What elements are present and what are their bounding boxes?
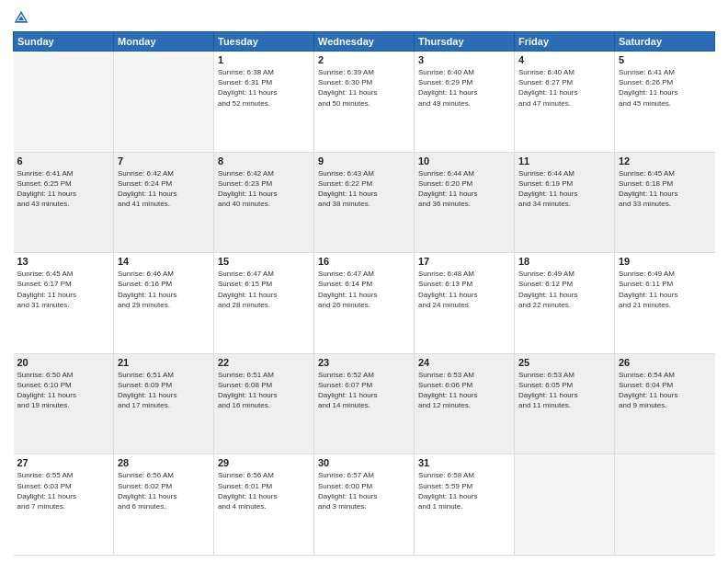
day-info: Sunrise: 6:49 AMSunset: 6:11 PMDaylight:… (619, 269, 711, 310)
day-number: 26 (619, 357, 711, 368)
calendar-cell: 20Sunrise: 6:50 AMSunset: 6:10 PMDayligh… (14, 353, 114, 454)
calendar-cell: 30Sunrise: 6:57 AMSunset: 6:00 PMDayligh… (314, 454, 415, 556)
day-number: 17 (418, 256, 510, 267)
day-info: Sunrise: 6:58 AMSunset: 5:59 PMDaylight:… (418, 470, 510, 511)
day-number: 8 (218, 155, 310, 167)
calendar-cell: 8Sunrise: 6:42 AMSunset: 6:23 PMDaylight… (214, 152, 314, 253)
day-number: 29 (218, 457, 310, 468)
calendar-cell: 25Sunrise: 6:53 AMSunset: 6:05 PMDayligh… (515, 353, 615, 454)
page: SundayMondayTuesdayWednesdayThursdayFrid… (0, 0, 728, 563)
calendar-week-row: 1Sunrise: 6:38 AMSunset: 6:31 PMDaylight… (14, 52, 715, 153)
calendar-cell: 17Sunrise: 6:48 AMSunset: 6:13 PMDayligh… (415, 253, 515, 354)
day-info: Sunrise: 6:45 AMSunset: 6:17 PMDaylight:… (17, 269, 110, 310)
calendar-cell: 27Sunrise: 6:55 AMSunset: 6:03 PMDayligh… (14, 454, 114, 556)
weekday-header-monday: Monday (114, 32, 214, 52)
day-info: Sunrise: 6:50 AMSunset: 6:10 PMDaylight:… (17, 370, 110, 411)
day-info: Sunrise: 6:42 AMSunset: 6:23 PMDaylight:… (218, 168, 310, 210)
weekday-header-saturday: Saturday (615, 32, 715, 52)
day-info: Sunrise: 6:46 AMSunset: 6:16 PMDaylight:… (118, 269, 210, 310)
day-info: Sunrise: 6:51 AMSunset: 6:08 PMDaylight:… (218, 370, 310, 411)
calendar-cell: 23Sunrise: 6:52 AMSunset: 6:07 PMDayligh… (314, 353, 415, 454)
day-number: 12 (619, 155, 711, 167)
calendar-week-row: 20Sunrise: 6:50 AMSunset: 6:10 PMDayligh… (14, 353, 715, 454)
day-number: 6 (17, 155, 110, 167)
day-number: 21 (118, 357, 210, 368)
day-info: Sunrise: 6:54 AMSunset: 6:04 PMDaylight:… (619, 370, 711, 411)
day-number: 9 (318, 155, 410, 167)
calendar-cell: 12Sunrise: 6:45 AMSunset: 6:18 PMDayligh… (615, 152, 715, 253)
day-number: 14 (118, 256, 210, 267)
day-info: Sunrise: 6:45 AMSunset: 6:18 PMDaylight:… (619, 168, 711, 210)
day-info: Sunrise: 6:41 AMSunset: 6:25 PMDaylight:… (17, 168, 110, 210)
calendar-cell: 10Sunrise: 6:44 AMSunset: 6:20 PMDayligh… (415, 152, 515, 253)
calendar-cell: 14Sunrise: 6:46 AMSunset: 6:16 PMDayligh… (114, 253, 214, 354)
calendar-table: SundayMondayTuesdayWednesdayThursdayFrid… (13, 31, 715, 556)
weekday-header-tuesday: Tuesday (214, 32, 314, 52)
day-info: Sunrise: 6:49 AMSunset: 6:12 PMDaylight:… (518, 269, 610, 310)
day-info: Sunrise: 6:51 AMSunset: 6:09 PMDaylight:… (118, 370, 210, 411)
calendar-cell: 22Sunrise: 6:51 AMSunset: 6:08 PMDayligh… (214, 353, 314, 454)
calendar-cell (515, 454, 615, 556)
calendar-cell: 29Sunrise: 6:56 AMSunset: 6:01 PMDayligh… (214, 454, 314, 556)
day-info: Sunrise: 6:53 AMSunset: 6:05 PMDaylight:… (518, 370, 610, 411)
day-number: 16 (318, 256, 410, 267)
day-number: 23 (318, 357, 410, 368)
calendar-cell (14, 52, 114, 153)
day-number: 10 (418, 155, 510, 167)
day-number: 3 (418, 54, 510, 65)
calendar-cell: 7Sunrise: 6:42 AMSunset: 6:24 PMDaylight… (114, 152, 214, 253)
day-number: 30 (318, 457, 410, 468)
calendar-cell: 11Sunrise: 6:44 AMSunset: 6:19 PMDayligh… (515, 152, 615, 253)
calendar-cell: 18Sunrise: 6:49 AMSunset: 6:12 PMDayligh… (515, 253, 615, 354)
calendar-cell: 2Sunrise: 6:39 AMSunset: 6:30 PMDaylight… (314, 52, 415, 153)
calendar-cell: 4Sunrise: 6:40 AMSunset: 6:27 PMDaylight… (515, 52, 615, 153)
day-number: 22 (218, 357, 310, 368)
day-info: Sunrise: 6:56 AMSunset: 6:01 PMDaylight:… (218, 470, 310, 511)
day-info: Sunrise: 6:53 AMSunset: 6:06 PMDaylight:… (418, 370, 510, 411)
calendar-cell: 28Sunrise: 6:56 AMSunset: 6:02 PMDayligh… (114, 454, 214, 556)
day-number: 18 (518, 256, 610, 267)
weekday-header-friday: Friday (515, 32, 615, 52)
calendar-week-row: 27Sunrise: 6:55 AMSunset: 6:03 PMDayligh… (14, 454, 715, 556)
calendar-cell: 1Sunrise: 6:38 AMSunset: 6:31 PMDaylight… (214, 52, 314, 153)
day-info: Sunrise: 6:41 AMSunset: 6:26 PMDaylight:… (619, 67, 711, 109)
calendar-cell: 31Sunrise: 6:58 AMSunset: 5:59 PMDayligh… (415, 454, 515, 556)
day-info: Sunrise: 6:38 AMSunset: 6:31 PMDaylight:… (218, 67, 310, 109)
calendar-cell: 24Sunrise: 6:53 AMSunset: 6:06 PMDayligh… (415, 353, 515, 454)
day-number: 25 (518, 357, 610, 368)
day-info: Sunrise: 6:42 AMSunset: 6:24 PMDaylight:… (118, 168, 210, 210)
day-info: Sunrise: 6:56 AMSunset: 6:02 PMDaylight:… (118, 470, 210, 511)
day-number: 7 (118, 155, 210, 167)
weekday-header-thursday: Thursday (415, 32, 515, 52)
day-info: Sunrise: 6:44 AMSunset: 6:20 PMDaylight:… (418, 168, 510, 210)
header (13, 9, 715, 26)
day-number: 5 (619, 54, 711, 65)
calendar-cell: 21Sunrise: 6:51 AMSunset: 6:09 PMDayligh… (114, 353, 214, 454)
day-number: 27 (17, 457, 110, 468)
day-number: 2 (318, 54, 410, 65)
day-info: Sunrise: 6:47 AMSunset: 6:15 PMDaylight:… (218, 269, 310, 310)
weekday-header-row: SundayMondayTuesdayWednesdayThursdayFrid… (14, 32, 715, 52)
logo-icon (13, 9, 29, 26)
day-number: 13 (17, 256, 110, 267)
day-info: Sunrise: 6:52 AMSunset: 6:07 PMDaylight:… (318, 370, 410, 411)
day-info: Sunrise: 6:40 AMSunset: 6:29 PMDaylight:… (418, 67, 510, 109)
day-number: 11 (518, 155, 610, 167)
weekday-header-sunday: Sunday (14, 32, 114, 52)
day-info: Sunrise: 6:39 AMSunset: 6:30 PMDaylight:… (318, 67, 410, 109)
day-info: Sunrise: 6:44 AMSunset: 6:19 PMDaylight:… (518, 168, 610, 210)
day-info: Sunrise: 6:55 AMSunset: 6:03 PMDaylight:… (17, 470, 110, 511)
day-number: 4 (518, 54, 610, 65)
calendar-cell: 19Sunrise: 6:49 AMSunset: 6:11 PMDayligh… (615, 253, 715, 354)
calendar-week-row: 13Sunrise: 6:45 AMSunset: 6:17 PMDayligh… (14, 253, 715, 354)
calendar-cell (114, 52, 214, 153)
day-number: 28 (118, 457, 210, 468)
day-number: 20 (17, 357, 110, 368)
day-info: Sunrise: 6:48 AMSunset: 6:13 PMDaylight:… (418, 269, 510, 310)
weekday-header-wednesday: Wednesday (314, 32, 415, 52)
calendar-cell: 6Sunrise: 6:41 AMSunset: 6:25 PMDaylight… (14, 152, 114, 253)
day-number: 31 (418, 457, 510, 468)
day-number: 19 (619, 256, 711, 267)
calendar-cell: 15Sunrise: 6:47 AMSunset: 6:15 PMDayligh… (214, 253, 314, 354)
day-number: 15 (218, 256, 310, 267)
